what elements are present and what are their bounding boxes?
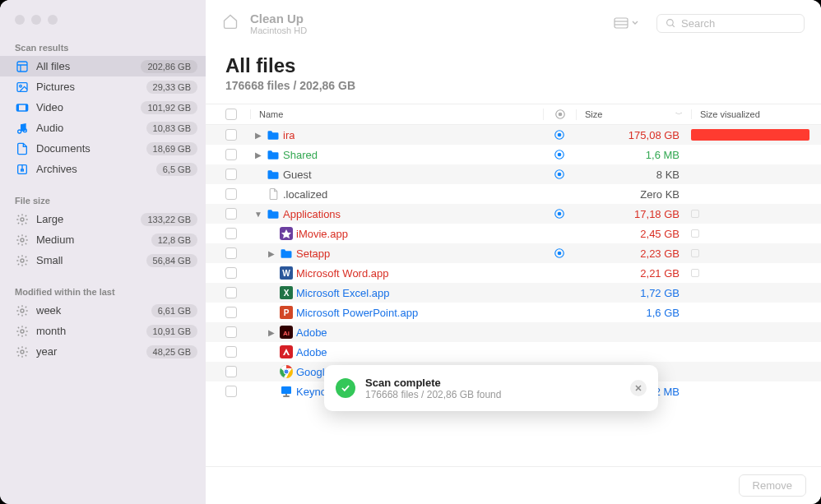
sidebar-item-month[interactable]: month 10,91 GB — [0, 321, 206, 341]
file-type-icon: W — [280, 266, 293, 280]
disclosure-triangle-icon[interactable]: ▼ — [253, 210, 263, 219]
select-all-checkbox[interactable] — [225, 109, 237, 120]
file-name: .localized — [283, 188, 327, 201]
remove-button[interactable]: Remove — [739, 474, 806, 497]
content-icon — [15, 59, 30, 74]
svg-point-14 — [21, 238, 24, 242]
sidebar-item-small[interactable]: Small 56,84 GB — [0, 250, 206, 270]
file-row[interactable]: ▼ Applications 17,18 GB — [206, 204, 821, 224]
size-box — [691, 210, 699, 218]
sidebar-section-scan-results: Scan results — [0, 38, 206, 56]
sidebar-item-badge: 56,84 GB — [146, 254, 197, 267]
disclosure-triangle-icon[interactable]: ▶ — [253, 131, 263, 140]
sidebar-item-all-files[interactable]: All files 202,86 GB — [0, 56, 206, 76]
zoom-window-button[interactable] — [48, 15, 58, 25]
sidebar-item-label: All files — [36, 60, 141, 72]
sidebar-item-label: Audio — [36, 122, 146, 134]
toast-subtitle: 176668 files / 202,86 GB found — [365, 389, 620, 400]
gear-icon — [15, 212, 30, 227]
sidebar-item-audio[interactable]: Audio 10,83 GB — [0, 118, 206, 138]
minimize-window-button[interactable] — [31, 15, 41, 25]
file-type-icon — [267, 168, 280, 181]
row-checkbox[interactable] — [225, 208, 237, 220]
column-size-visualized[interactable]: Size visualized — [691, 109, 821, 119]
sidebar-section-modified: Modified within the last — [0, 282, 206, 300]
file-name: Microsoft Excel.app — [296, 287, 389, 299]
svg-rect-19 — [615, 18, 628, 28]
file-row[interactable]: .localized Zero KB — [206, 184, 821, 204]
page-subtitle: 176668 files / 202,86 GB — [225, 79, 801, 92]
row-checkbox[interactable] — [225, 326, 237, 338]
sidebar-item-year[interactable]: year 48,25 GB — [0, 341, 206, 362]
sidebar-item-large[interactable]: Large 133,22 GB — [0, 209, 206, 229]
row-checkbox[interactable] — [225, 386, 237, 397]
shared-indicator-icon — [554, 208, 565, 220]
svg-rect-7 — [26, 104, 28, 111]
file-row[interactable]: Adobe — [206, 342, 821, 362]
svg-point-25 — [559, 113, 562, 116]
toast-title: Scan complete — [365, 377, 620, 389]
sidebar-item-label: Small — [36, 254, 146, 266]
size-box — [691, 269, 699, 277]
file-row[interactable]: ▶ Setapp 2,23 GB — [206, 243, 821, 263]
sidebar-item-badge: 133,22 GB — [141, 213, 197, 226]
svg-point-16 — [21, 309, 24, 312]
sidebar-item-video[interactable]: Video 101,92 GB — [0, 97, 206, 118]
file-row[interactable]: ▶ Ai Adobe — [206, 322, 821, 342]
file-list[interactable]: ▶ ira 175,08 GB ▶ Shared 1,6 MB Guest 8 … — [206, 125, 821, 466]
header: All files 176668 files / 202,86 GB — [206, 46, 821, 104]
file-name: iMovie.app — [296, 228, 348, 240]
file-row[interactable]: P Microsoft PowerPoint.app 1,6 GB — [206, 303, 821, 322]
svg-line-23 — [672, 25, 675, 27]
sidebar-item-medium[interactable]: Medium 12,8 GB — [0, 229, 206, 250]
column-shared[interactable] — [543, 109, 576, 120]
svg-point-18 — [21, 350, 24, 354]
toast-close-button[interactable] — [630, 380, 647, 396]
file-size: 2,23 GB — [576, 247, 691, 260]
sidebar-item-archives[interactable]: Archives 6,5 GB — [0, 159, 206, 179]
view-options-button[interactable] — [607, 14, 645, 32]
row-checkbox[interactable] — [225, 287, 237, 298]
search-input[interactable]: Search — [656, 14, 805, 33]
row-checkbox[interactable] — [225, 366, 237, 377]
column-name[interactable]: Name — [250, 109, 543, 119]
file-size: 1,72 GB — [576, 287, 691, 299]
file-type-icon: P — [280, 306, 293, 319]
sidebar-item-week[interactable]: week 6,61 GB — [0, 300, 206, 321]
file-row[interactable]: ▶ ira 175,08 GB — [206, 125, 821, 145]
row-checkbox[interactable] — [225, 149, 237, 160]
check-circle-icon — [336, 378, 355, 398]
home-icon[interactable] — [222, 13, 239, 33]
svg-rect-0 — [17, 62, 27, 72]
file-name: Adobe — [296, 326, 327, 339]
file-name: Applications — [283, 208, 341, 220]
file-row[interactable]: iMovie.app 2,45 GB — [206, 224, 821, 243]
disclosure-triangle-icon[interactable]: ▶ — [253, 150, 263, 160]
disclosure-triangle-icon[interactable]: ▶ — [267, 249, 276, 258]
row-checkbox[interactable] — [225, 129, 237, 141]
sidebar-item-pictures[interactable]: Pictures 29,33 GB — [0, 76, 206, 97]
file-row[interactable]: ▶ Shared 1,6 MB — [206, 145, 821, 164]
close-window-button[interactable] — [15, 15, 25, 25]
svg-point-4 — [20, 85, 22, 87]
file-row[interactable]: X Microsoft Excel.app 1,72 GB — [206, 283, 821, 303]
svg-point-33 — [558, 212, 562, 216]
row-checkbox[interactable] — [225, 307, 237, 318]
column-size[interactable]: Size ﹀ — [576, 109, 691, 120]
row-checkbox[interactable] — [225, 188, 237, 200]
row-checkbox[interactable] — [225, 267, 237, 279]
row-checkbox[interactable] — [225, 228, 237, 239]
row-checkbox[interactable] — [225, 247, 237, 259]
file-size: 1,6 GB — [576, 307, 691, 319]
file-row[interactable]: W Microsoft Word.app 2,21 GB — [206, 263, 821, 283]
row-checkbox[interactable] — [225, 169, 237, 180]
sidebar-item-documents[interactable]: Documents 18,69 GB — [0, 138, 206, 159]
file-size: 2,21 GB — [576, 267, 691, 280]
disclosure-triangle-icon[interactable]: ▶ — [267, 328, 276, 337]
row-checkbox[interactable] — [225, 346, 237, 358]
sidebar-item-badge: 10,83 GB — [146, 122, 197, 135]
file-row[interactable]: Guest 8 KB — [206, 164, 821, 184]
sidebar: Scan results All files 202,86 GB Picture… — [0, 0, 206, 504]
file-type-icon — [280, 227, 293, 240]
file-type-icon — [280, 365, 293, 378]
